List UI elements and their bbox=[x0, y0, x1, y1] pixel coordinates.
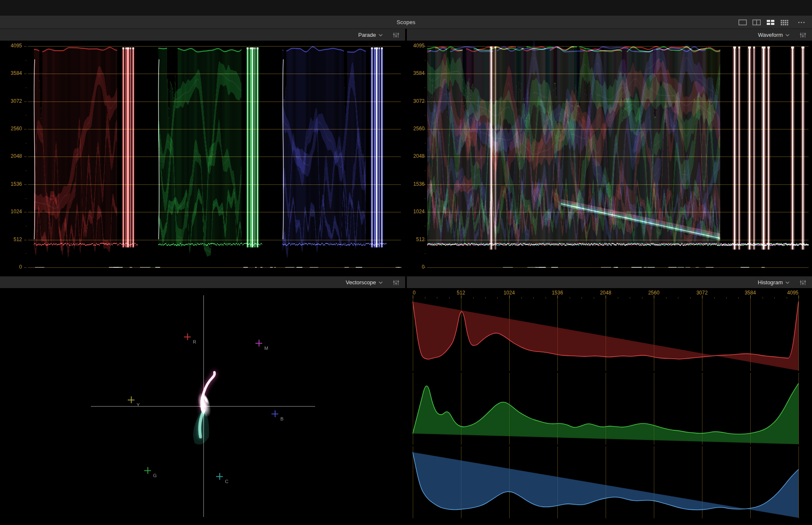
histogram-tick-label: 512 bbox=[457, 290, 465, 296]
histogram-tick-label: 2560 bbox=[648, 290, 660, 296]
chevron-down-icon[interactable] bbox=[785, 34, 790, 36]
two-up-view-icon[interactable] bbox=[752, 19, 761, 25]
level-tick-label: 4095 bbox=[407, 43, 425, 49]
single-view-icon[interactable] bbox=[738, 19, 747, 25]
level-tick-label: 1536 bbox=[3, 181, 22, 187]
parade-panel-header: Parade bbox=[0, 29, 405, 41]
histogram-view: 05121024153620482560307235844095 bbox=[407, 288, 812, 525]
histogram-tick-label: 4095 bbox=[787, 290, 798, 296]
level-tick-label: 2560 bbox=[3, 126, 22, 132]
histogram-scope-selector[interactable]: Histogram bbox=[758, 279, 783, 286]
vectorscope-target-label-g: G bbox=[153, 473, 157, 478]
vectorscope-target-label-b: B bbox=[280, 416, 283, 421]
histogram-tick-label: 1024 bbox=[504, 290, 515, 296]
titlebar: Scopes bbox=[0, 16, 812, 29]
waveform-scope-canvas bbox=[407, 41, 812, 276]
parade-scope-selector[interactable]: Parade bbox=[358, 32, 376, 38]
level-tick-label: 3072 bbox=[3, 98, 22, 104]
vectorscope-panel-header: Vectorscope bbox=[0, 276, 405, 288]
histogram-tick-label: 0 bbox=[413, 290, 416, 296]
window-top-strip bbox=[0, 0, 812, 16]
parade-settings-icon[interactable] bbox=[393, 33, 399, 38]
level-tick-label: 3072 bbox=[407, 98, 425, 104]
level-tick-label: 512 bbox=[407, 236, 425, 243]
quad-view-icon[interactable] bbox=[766, 19, 775, 25]
level-tick-label: 2560 bbox=[407, 126, 425, 132]
parade-scope-view: 40953584307225602048153610245120 bbox=[0, 41, 405, 276]
waveform-scope-selector[interactable]: Waveform bbox=[758, 32, 783, 38]
level-tick-label: 0 bbox=[3, 264, 22, 270]
vectorscope-canvas bbox=[0, 288, 405, 525]
chevron-down-icon[interactable] bbox=[379, 34, 383, 36]
waveform-panel-header: Waveform bbox=[407, 29, 812, 41]
level-tick-label: 1024 bbox=[407, 209, 425, 215]
histogram-canvas bbox=[407, 288, 812, 525]
parade-scope-canvas bbox=[0, 41, 405, 276]
histogram-tick-label: 3584 bbox=[745, 290, 756, 296]
level-tick-label: 0 bbox=[407, 264, 425, 270]
vectorscope-target-label-r: R bbox=[193, 339, 196, 344]
chevron-down-icon[interactable] bbox=[785, 281, 790, 284]
level-tick-label: 3584 bbox=[407, 70, 425, 77]
vectorscope-target-label-y: Y bbox=[137, 402, 140, 407]
histogram-tick-label: 1536 bbox=[552, 290, 563, 296]
histogram-settings-icon[interactable] bbox=[800, 280, 806, 285]
chevron-down-icon[interactable] bbox=[379, 281, 383, 284]
vectorscope-target-label-m: M bbox=[264, 346, 268, 351]
titlebar-layout-controls bbox=[738, 16, 805, 29]
level-tick-label: 2048 bbox=[3, 153, 22, 159]
level-tick-label: 1024 bbox=[3, 209, 22, 215]
waveform-settings-icon[interactable] bbox=[800, 33, 806, 38]
vectorscope-settings-icon[interactable] bbox=[393, 280, 399, 285]
histogram-tick-label: 2048 bbox=[600, 290, 612, 296]
window-title: Scopes bbox=[397, 19, 416, 25]
histogram-tick-label: 3072 bbox=[697, 290, 708, 296]
waveform-scope-view: 40953584307225602048153610245120 bbox=[407, 41, 812, 276]
level-tick-label: 3584 bbox=[3, 70, 22, 77]
vectorscope-view: RMYBGC bbox=[0, 288, 405, 525]
level-tick-label: 4095 bbox=[3, 43, 22, 49]
grid-view-icon[interactable] bbox=[780, 19, 789, 25]
scopes-window: Scopes Parade Waveform bbox=[0, 0, 812, 525]
vectorscope-scope-selector[interactable]: Vectorscope bbox=[346, 279, 376, 286]
level-tick-label: 512 bbox=[3, 236, 22, 243]
level-tick-label: 2048 bbox=[407, 153, 425, 159]
more-options-icon[interactable] bbox=[798, 19, 805, 25]
vectorscope-target-label-c: C bbox=[225, 479, 228, 484]
level-tick-label: 1536 bbox=[407, 181, 425, 187]
histogram-panel-header: Histogram bbox=[407, 276, 812, 288]
